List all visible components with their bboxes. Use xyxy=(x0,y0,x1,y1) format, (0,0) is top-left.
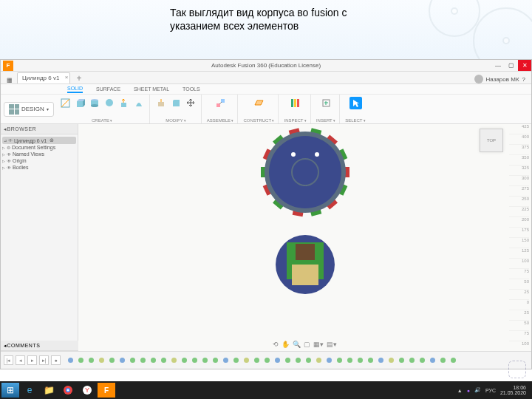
tree-item[interactable]: ▷👁Origin xyxy=(2,157,76,164)
viewport[interactable]: TOP 425400375350325300275250225200175150… xyxy=(78,124,531,351)
group-label[interactable]: CREATE xyxy=(92,118,112,123)
move-icon[interactable] xyxy=(185,97,197,109)
close-button[interactable]: ✕ xyxy=(518,60,531,71)
group-label[interactable]: CONSTRUCT xyxy=(243,118,274,123)
insert-icon[interactable] xyxy=(320,97,332,109)
fit-icon[interactable]: ▢ xyxy=(304,341,310,348)
cylinder-icon[interactable] xyxy=(89,97,101,109)
timeline-back[interactable]: ◂ xyxy=(16,355,25,365)
timeline-feature[interactable] xyxy=(417,356,426,365)
pan-icon[interactable]: ✋ xyxy=(282,341,290,348)
viewcube[interactable]: TOP xyxy=(480,129,503,152)
timeline-feature[interactable] xyxy=(314,356,323,365)
new-tab-button[interactable]: + xyxy=(75,73,83,83)
timeline-feature[interactable] xyxy=(386,356,395,365)
revolve-icon[interactable] xyxy=(133,97,146,109)
group-label[interactable]: SELECT xyxy=(345,118,366,123)
timeline-feature[interactable] xyxy=(107,356,116,365)
timeline-feature[interactable] xyxy=(76,356,85,365)
tab-tools[interactable]: TOOLS xyxy=(183,86,200,92)
taskbar-ie[interactable]: e xyxy=(21,383,38,398)
timeline-feature[interactable] xyxy=(159,356,168,365)
data-panel-icon[interactable]: ▦ xyxy=(7,77,13,83)
timeline-feature[interactable] xyxy=(397,356,406,365)
taskbar-yandex[interactable]: Y xyxy=(78,383,96,398)
timeline-feature[interactable] xyxy=(262,356,271,365)
timeline-feature[interactable] xyxy=(273,356,282,365)
user-menu[interactable]: Назаров МК ? xyxy=(474,75,525,83)
zoom-icon[interactable]: 🔍 xyxy=(293,341,301,348)
timeline-feature[interactable] xyxy=(283,356,292,365)
group-label[interactable]: ASSEMBLE xyxy=(207,118,234,123)
timeline-feature[interactable] xyxy=(324,356,333,365)
taskbar-explorer[interactable]: 📁 xyxy=(40,383,58,398)
assemble-icon[interactable] xyxy=(214,97,227,109)
timeline-feature[interactable] xyxy=(242,356,250,365)
sketch-icon[interactable] xyxy=(59,97,72,109)
timeline-feature[interactable] xyxy=(449,356,457,365)
tray-cloud-icon[interactable]: ● xyxy=(467,388,470,393)
timeline-feature[interactable] xyxy=(407,356,416,365)
timeline-fwd[interactable]: ▸| xyxy=(39,355,49,365)
select-icon[interactable] xyxy=(349,97,362,109)
timeline-feature[interactable] xyxy=(428,356,437,365)
timeline-feature[interactable] xyxy=(138,356,147,365)
group-label[interactable]: MODIFY xyxy=(166,118,186,123)
timeline-feature[interactable] xyxy=(180,356,188,365)
tree-item[interactable]: ▷⚙Document Settings xyxy=(2,144,76,151)
tab-surface[interactable]: SURFACE xyxy=(96,86,120,92)
tree-item[interactable]: ▷👁Named Views xyxy=(2,151,76,157)
timeline-feature[interactable] xyxy=(366,356,375,365)
timeline-feature[interactable] xyxy=(97,356,106,365)
timeline-feature[interactable] xyxy=(293,356,302,365)
timeline-feature[interactable] xyxy=(345,356,354,365)
timeline-feature[interactable] xyxy=(117,356,126,365)
timeline-feature[interactable] xyxy=(66,356,75,365)
tree-root[interactable]: ⊿👁Цилиндр 6 v1⊚ xyxy=(2,137,76,144)
timeline-feature[interactable] xyxy=(438,356,447,365)
timeline-feature[interactable] xyxy=(200,356,209,365)
model-top-body[interactable] xyxy=(265,132,346,213)
group-label[interactable]: INSERT xyxy=(316,118,335,123)
timeline-feature[interactable] xyxy=(252,356,261,365)
sphere-icon[interactable] xyxy=(103,97,116,109)
timeline-feature[interactable] xyxy=(86,356,95,365)
timeline-feature[interactable] xyxy=(190,356,199,365)
browser-header[interactable]: BROWSER xyxy=(1,124,78,134)
timeline-end[interactable]: ● xyxy=(51,355,61,365)
box-icon[interactable] xyxy=(74,97,86,109)
timeline-feature[interactable] xyxy=(335,356,344,365)
timeline-feature[interactable] xyxy=(149,356,157,365)
timeline-feature[interactable] xyxy=(231,356,240,365)
taskbar-fusion[interactable]: F xyxy=(98,383,115,398)
timeline-feature[interactable] xyxy=(169,356,178,365)
grid-icon[interactable]: ▤▾ xyxy=(327,341,337,348)
timeline-start[interactable]: |◂ xyxy=(4,355,13,365)
tree-item[interactable]: ▷👁Bodies xyxy=(2,164,76,171)
workspace-switcher[interactable]: DESIGN▾ xyxy=(4,102,54,117)
maximize-button[interactable]: ▢ xyxy=(505,60,518,71)
tray-icon[interactable]: ▲ xyxy=(457,388,463,393)
timeline-feature[interactable] xyxy=(376,356,385,365)
tray-volume-icon[interactable]: 🔊 xyxy=(474,387,481,393)
inspect-icon[interactable] xyxy=(289,97,301,109)
tab-sheetmetal[interactable]: SHEET METAL xyxy=(134,86,169,92)
display-icon[interactable]: ▦▾ xyxy=(313,341,324,348)
timeline-play[interactable]: ▸ xyxy=(27,355,37,365)
comments-header[interactable]: COMMENTS xyxy=(1,341,78,351)
taskbar-chrome[interactable] xyxy=(59,383,77,398)
timeline-feature[interactable] xyxy=(355,356,364,365)
timeline-feature[interactable] xyxy=(128,356,137,365)
timeline-feature[interactable] xyxy=(211,356,219,365)
timeline-feature[interactable] xyxy=(221,356,230,365)
document-tab[interactable]: Цилиндр 6 v1 xyxy=(17,72,70,83)
tab-solid[interactable]: SOLID xyxy=(67,86,83,93)
timeline-feature[interactable] xyxy=(304,356,313,365)
orbit-icon[interactable]: ⟲ xyxy=(273,341,279,348)
model-bottom-body[interactable] xyxy=(276,235,335,294)
minimize-button[interactable]: — xyxy=(491,60,505,71)
fillet-icon[interactable] xyxy=(170,97,183,109)
presspull-icon[interactable] xyxy=(155,97,168,109)
help-icon[interactable]: ? xyxy=(522,76,525,83)
group-label[interactable]: INSPECT xyxy=(284,118,306,123)
